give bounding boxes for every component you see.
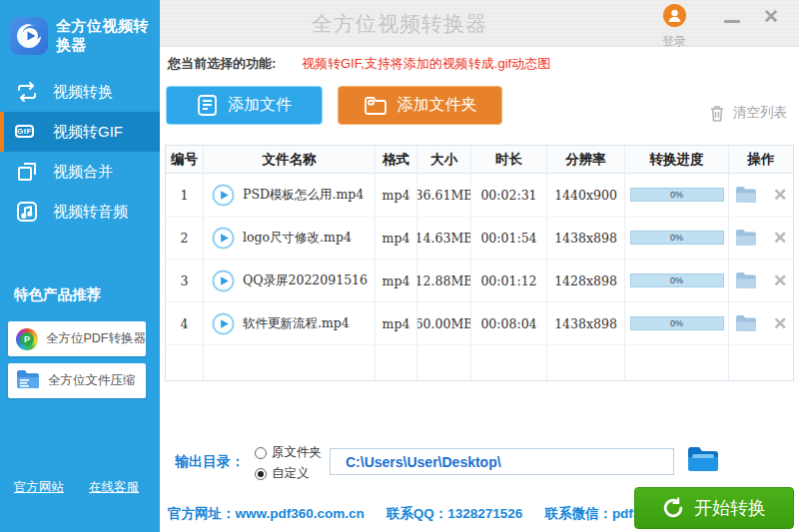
play-icon[interactable] <box>212 269 235 292</box>
output-path-input[interactable] <box>330 448 674 475</box>
app-logo-text: 全方位视频转换器 <box>56 17 160 55</box>
sidebar-item-video-to-audio[interactable]: 视频转音频 <box>0 192 160 232</box>
table-header-row: 编号 文件名称 格式 大小 时长 分辨率 转换进度 操作 <box>166 146 793 174</box>
open-folder-icon[interactable] <box>735 271 757 289</box>
online-support-link[interactable]: 在线客服 <box>89 479 139 496</box>
header-progress: 转换进度 <box>625 146 729 173</box>
pdf-converter-icon <box>16 328 38 350</box>
function-description: 视频转GIF,支持将添加的视频转成.gif动态图 <box>302 56 550 71</box>
header-no: 编号 <box>166 146 204 173</box>
clear-list-button[interactable]: 清空列表 <box>709 104 787 122</box>
official-website-link[interactable]: 官方网站 <box>14 479 64 496</box>
merge-icon <box>15 160 39 184</box>
sidebar-links: 官方网站 在线客服 <box>14 479 139 496</box>
table-row: 4 软件更新流程.mp4 mp4 60.00MB 00:08:04 1438x8… <box>166 302 793 345</box>
browse-folder-button[interactable] <box>686 444 720 474</box>
play-icon[interactable] <box>212 312 235 335</box>
remove-file-icon[interactable]: ✕ <box>773 229 787 247</box>
user-icon <box>663 4 686 27</box>
add-folder-button[interactable]: 添加文件夹 <box>338 86 502 125</box>
play-icon[interactable] <box>212 184 235 207</box>
app-logo: 全方位视频转换器 <box>0 0 160 60</box>
sidebar-item-video-convert[interactable]: 视频转换 <box>0 72 160 112</box>
minimize-button[interactable] <box>723 14 741 28</box>
gif-icon: GIF <box>15 120 39 144</box>
folder-icon <box>364 95 388 116</box>
progress-bar: 0% <box>630 273 724 287</box>
product-pdf-converter-button[interactable]: 全方位PDF转换器 <box>8 321 146 356</box>
progress-bar: 0% <box>630 188 724 202</box>
sidebar-item-label: 视频转GIF <box>53 123 123 142</box>
radio-custom-folder[interactable]: 自定义 <box>255 465 310 482</box>
function-label: 您当前选择的功能: <box>168 56 276 71</box>
current-function-line: 您当前选择的功能: 视频转GIF,支持将添加的视频转成.gif动态图 <box>168 55 550 73</box>
play-icon[interactable] <box>212 227 235 250</box>
repeat-icon <box>15 80 39 104</box>
header-format: 格式 <box>376 146 417 173</box>
file-name: logo尺寸修改.mp4 <box>243 230 352 247</box>
featured-products-title: 特色产品推荐 <box>14 285 101 304</box>
sidebar-item-video-to-gif[interactable]: GIF 视频转GIF <box>0 112 160 152</box>
sidebar-menu: 视频转换 GIF 视频转GIF 视频合并 <box>0 72 160 232</box>
table-row: 1 PSD模板怎么用.mp4 mp4 36.61MB 00:02:31 1440… <box>166 174 793 217</box>
main-content: 您当前选择的功能: 视频转GIF,支持将添加的视频转成.gif动态图 添加文件 … <box>160 47 799 532</box>
remove-file-icon[interactable]: ✕ <box>773 314 787 332</box>
refresh-icon <box>662 497 684 519</box>
table-row: 3 QQ录屏20220915163414.m mp4 12.88MB 00:01… <box>166 260 793 302</box>
official-url: 官方网址：www.pdf360.com.cn <box>168 505 365 523</box>
remove-file-icon[interactable]: ✕ <box>773 271 787 289</box>
output-directory-label: 输出目录： <box>175 453 245 471</box>
product-file-compress-button[interactable]: 全方位文件压缩 <box>8 363 146 398</box>
close-button[interactable]: ✕ <box>761 6 781 28</box>
file-name: 软件更新流程.mp4 <box>243 315 350 332</box>
footer-contact-info: 官方网址：www.pdf360.com.cn 联系QQ：1328271526 联… <box>168 505 655 523</box>
header-size: 大小 <box>417 146 471 173</box>
header-filename: 文件名称 <box>204 146 376 173</box>
title-bar <box>160 0 799 47</box>
table-row: 2 logo尺寸修改.mp4 mp4 14.63MB 00:01:54 1438… <box>166 217 793 260</box>
header-operations: 操作 <box>729 146 793 173</box>
remove-file-icon[interactable]: ✕ <box>773 186 787 204</box>
table-empty-row <box>166 345 793 380</box>
sidebar-item-label: 视频转换 <box>53 83 113 102</box>
sidebar-item-label: 视频转音频 <box>53 203 128 222</box>
radio-circle-checked <box>255 468 267 480</box>
minimize-icon <box>724 20 740 23</box>
file-name: PSD模板怎么用.mp4 <box>243 187 364 204</box>
header-duration: 时长 <box>471 146 547 173</box>
radio-circle <box>255 447 267 459</box>
add-file-button[interactable]: 添加文件 <box>166 86 323 125</box>
contact-qq: 联系QQ：1328271526 <box>387 505 523 523</box>
start-convert-button[interactable]: 开始转换 <box>634 487 794 529</box>
open-folder-icon[interactable] <box>735 186 757 204</box>
document-icon <box>197 94 218 117</box>
sidebar-item-video-merge[interactable]: 视频合并 <box>0 152 160 192</box>
radio-original-folder[interactable]: 原文件夹 <box>255 444 322 461</box>
sidebar-item-label: 视频合并 <box>53 163 113 182</box>
trash-icon <box>709 105 725 122</box>
app-logo-icon <box>10 17 48 55</box>
app-window: 全方位视频转换器 登录 ✕ 全方位视频转换器 <box>0 0 799 532</box>
progress-bar: 0% <box>630 231 724 245</box>
file-table: 编号 文件名称 格式 大小 时长 分辨率 转换进度 操作 1 PSD模板怎么用.… <box>165 145 794 381</box>
header-resolution: 分辨率 <box>547 146 625 173</box>
login-button[interactable]: 登录 <box>654 4 694 50</box>
compress-folder-icon <box>16 369 40 393</box>
sidebar: 全方位视频转换器 视频转换 GIF 视频转GIF <box>0 0 160 532</box>
file-name: QQ录屏20220915163414.m <box>243 272 369 289</box>
open-folder-icon[interactable] <box>735 229 757 247</box>
progress-bar: 0% <box>630 316 724 330</box>
open-folder-icon[interactable] <box>735 314 757 332</box>
music-note-icon <box>15 200 39 224</box>
